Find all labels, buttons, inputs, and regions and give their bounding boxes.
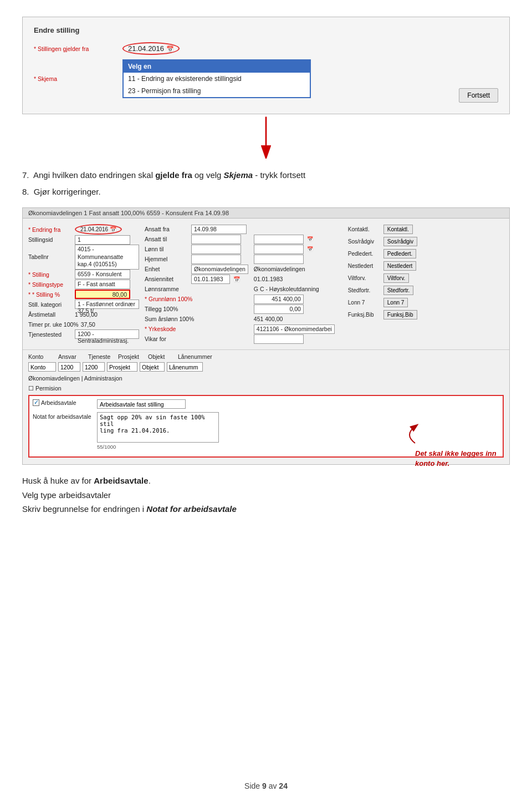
- dropdown-box[interactable]: Velg en 11 - Endring av eksisterende sti…: [122, 59, 311, 98]
- instruction-7: 7. Angi hvilken dato endringen skal gjel…: [22, 169, 510, 182]
- notat-textarea[interactable]: Sagt opp 20% av sin faste 100% stil ling…: [97, 412, 219, 443]
- stillingstype-label: Stillingstype: [28, 281, 73, 288]
- ansatt-til-value[interactable]: [191, 235, 241, 244]
- dropdown-item-23[interactable]: 23 - Permisjon fra stilling: [124, 85, 310, 97]
- form-col1: Endring fra 21.04.2016 📅 Stillingsid 1 T…: [28, 224, 139, 344]
- instruction-arbeidsavtale: Husk å huke av for Arbeidsavtale.: [22, 474, 510, 488]
- pedledert-btn[interactable]: Pedledert.: [383, 249, 417, 258]
- permission-label: ☐ Permision: [28, 385, 504, 392]
- notat-wrapper: Sagt opp 20% av sin faste 100% stil ling…: [97, 412, 219, 450]
- endring-fra-row: Endring fra 21.04.2016 📅: [28, 224, 139, 235]
- win-title: Endre stilling: [34, 26, 498, 34]
- lonnsramme-label: Lønnsramme: [145, 286, 189, 292]
- bold-notat: Notat for arbeidsavtale: [146, 504, 237, 514]
- arrow-indicator: [0, 114, 532, 159]
- ansatt-fra-value: 14.09.98: [191, 225, 247, 234]
- tillegg-field[interactable]: 0,00: [254, 304, 304, 314]
- sos-label: Sos/rådgiv: [348, 238, 381, 245]
- form-bottom: Konto Ansvar Tjeneste Prosjekt Objekt Lå…: [23, 349, 509, 464]
- current-page: 9: [262, 781, 267, 790]
- tjenestested-label: Tjenestested: [28, 331, 73, 338]
- vikar-field[interactable]: [254, 334, 304, 344]
- konto-header-row: Konto Ansvar Tjeneste Prosjekt Objekt Lå…: [28, 353, 504, 360]
- skjema-row: * Skjema Velg en 11 - Endring av eksiste…: [34, 59, 498, 98]
- konto-value-row: [28, 362, 504, 372]
- bold-arbeidsavtale: Arbeidsavtale: [94, 476, 148, 485]
- calendar-icon[interactable]: 📅: [166, 45, 174, 52]
- form-topbar: Økonomiavdelingen 1 Fast ansatt 100,00% …: [23, 208, 509, 219]
- objekt-input[interactable]: [140, 362, 165, 372]
- instruction-8: 8. Gjør korrigeringer.: [22, 185, 510, 199]
- stillingstype-value[interactable]: F - Fast ansatt: [75, 280, 130, 289]
- stillingstype-row: Stillingstype F - Fast ansatt: [28, 280, 139, 290]
- ansatt-til-field[interactable]: [254, 235, 304, 244]
- arbeidsavtale-select-wrapper: Arbeidsavtale fast stilling: [97, 399, 186, 409]
- lanenummer-input[interactable]: [167, 362, 203, 372]
- instructions-below: Husk å huke av for Arbeidsavtale. Velg t…: [22, 474, 510, 516]
- lonn7-row: Lonn 7 Lonn 7: [348, 297, 417, 307]
- skjema-dropdown[interactable]: Velg en 11 - Endring av eksisterende sti…: [122, 59, 311, 98]
- page-number-text: Side 9 av 24: [244, 781, 288, 790]
- tjenestested-row: Tjenestested 1200 - Sentraladministrasj.: [28, 329, 139, 339]
- ansiennitet-value: 01.01.1983: [191, 275, 230, 284]
- cal-icon: 📅: [110, 226, 116, 232]
- stedfortr-btn[interactable]: Stedfortr.: [383, 286, 414, 295]
- arbeidsavtale-label[interactable]: Arbeidsavtale: [33, 399, 94, 406]
- lonn7-btn[interactable]: Lonn 7: [383, 298, 408, 307]
- sos-btn[interactable]: Sos/rådgiv: [383, 237, 417, 246]
- viltforv-btn[interactable]: Viltforv.: [383, 273, 409, 283]
- pedledert-label: Pedledert.: [348, 251, 381, 257]
- stilling-pct-row: * Stilling % 80,00: [28, 290, 139, 300]
- konto-col-header: Konto: [28, 353, 56, 360]
- form-screenshot: Økonomiavdelingen 1 Fast ansatt 100,00% …: [22, 207, 510, 465]
- bold-gjelde: gjelde fra: [155, 170, 192, 180]
- notat-label: Notat for arbeidsavtale: [33, 412, 94, 420]
- total-pages: 24: [279, 781, 288, 790]
- stilling-value[interactable]: 6559 - Konsulent: [75, 270, 130, 279]
- arstimetall-row: Årstimetall 1 950,00: [28, 309, 139, 319]
- skjema-label: * Skjema: [34, 75, 122, 82]
- konto-input[interactable]: [28, 362, 56, 372]
- stilling-pct-label: * Stilling %: [28, 291, 73, 298]
- prosjekt-input[interactable]: [107, 362, 137, 372]
- stillingsid-row: Stillingsid 1: [28, 235, 139, 245]
- stilling-pct-value[interactable]: 80,00: [75, 290, 130, 299]
- arbeidsavtale-select[interactable]: Arbeidsavtale fast stilling: [97, 399, 186, 409]
- hjemmel-value[interactable]: [191, 255, 241, 264]
- nestledert-btn[interactable]: Nestledert: [383, 261, 417, 271]
- stedfortr-row: Stedfortr. Stedfortr.: [348, 285, 417, 295]
- enhet-label: Enhet: [145, 266, 189, 272]
- vikar-label: Vikar for: [145, 336, 189, 342]
- cal-icon4: 📅: [307, 246, 313, 252]
- kontaktl-btn[interactable]: Kontaktl.: [383, 225, 413, 234]
- timer-label: Timer pr. uke 100%: [28, 321, 79, 328]
- ansvar-input[interactable]: [58, 362, 80, 372]
- arbeidsavtale-row: Arbeidsavtale Arbeidsavtale fast stillin…: [33, 399, 499, 409]
- prosjekt-col-header: Prosjekt: [118, 353, 146, 360]
- arbeidsavtale-checkbox[interactable]: [33, 399, 39, 406]
- kontaktl-label: Kontaktl.: [348, 226, 381, 232]
- grunnlonn-field[interactable]: 451 400,00: [254, 295, 304, 304]
- stillingsid-label: Stillingsid: [28, 236, 73, 243]
- hjemmel-field[interactable]: [254, 255, 304, 264]
- callout-arrow-icon: [398, 421, 509, 449]
- lonn-til-field[interactable]: [254, 245, 304, 254]
- endring-fra-label: Endring fra: [28, 226, 73, 233]
- yrkeskode-field[interactable]: 4121106 - Økonomimedarbei: [254, 324, 335, 334]
- stilling-row: Stilling 6559 - Konsulent: [28, 270, 139, 280]
- funksj-btn[interactable]: Funksj.Bib: [383, 310, 417, 319]
- top-screenshot: Endre stilling * Stillingen gjelder fra …: [22, 17, 510, 114]
- enhet-value: Økonomiavdelingen: [191, 265, 248, 274]
- cal-icon3: 📅: [307, 236, 313, 242]
- instruction-velg: Velg type arbeidsavtaler: [22, 488, 510, 503]
- form-body: Endring fra 21.04.2016 📅 Stillingsid 1 T…: [23, 219, 509, 349]
- ansatt-fra-label: Ansatt fra: [145, 226, 189, 232]
- date-input[interactable]: 21.04.2016 📅: [122, 42, 180, 55]
- lonn-til-value[interactable]: [191, 245, 241, 254]
- permission-wrapper: ☐ Permision Arbeidsavtale Arbeidsavtale …: [28, 385, 504, 458]
- funksj-row: Funksj.Bib Funksj.Bib: [348, 309, 417, 319]
- fortsett-button[interactable]: Fortsett: [459, 88, 498, 103]
- dropdown-item-11[interactable]: 11 - Endring av eksisterende stillingsid: [124, 73, 310, 85]
- endring-fra-value[interactable]: 21.04.2016 📅: [75, 224, 122, 235]
- tjeneste-input[interactable]: [83, 362, 105, 372]
